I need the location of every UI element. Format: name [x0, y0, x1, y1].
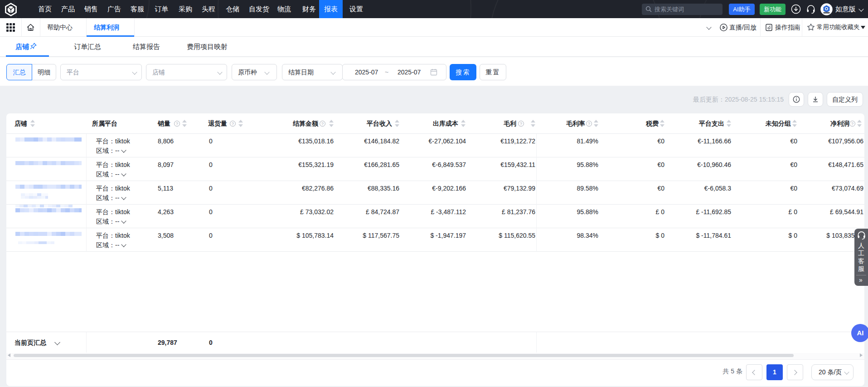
svg-text:ECOMHG: ECOMHG: [824, 12, 829, 14]
